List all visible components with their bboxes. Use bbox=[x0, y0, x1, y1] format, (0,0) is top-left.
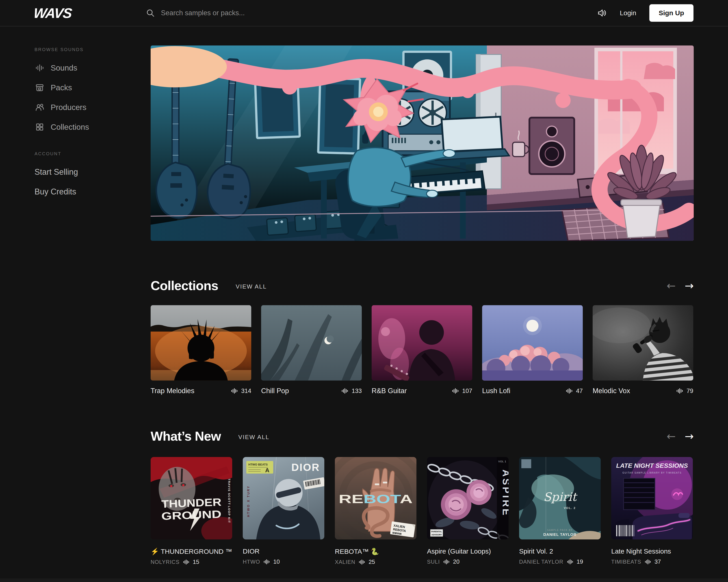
svg-text:Spirit: Spirit bbox=[543, 490, 578, 504]
sample-count: 314 bbox=[231, 388, 251, 394]
waveform-count-icon bbox=[566, 388, 573, 394]
collection-card: R&B Guitar 107 bbox=[372, 305, 472, 395]
sample-count: 20 bbox=[443, 558, 460, 565]
collections-card-row: Trap Melodies 314 bbox=[151, 305, 694, 395]
collection-count: 107 bbox=[462, 388, 472, 394]
top-nav: WAVS Login Sign Up bbox=[0, 0, 728, 26]
sidebar-item-sounds[interactable]: Sounds bbox=[34, 58, 151, 78]
sample-count: 79 bbox=[676, 388, 693, 394]
collections-section-header: Collections VIEW ALL ← → bbox=[151, 278, 694, 293]
whats-new-arrows: ← → bbox=[667, 431, 694, 442]
collection-count: 79 bbox=[686, 388, 693, 394]
waveform-count-icon bbox=[342, 388, 348, 394]
pack-meta: NOLYRICS 15 bbox=[151, 558, 232, 565]
collection-card-title: Lush Lofi bbox=[482, 387, 510, 395]
svg-text:DIOR: DIOR bbox=[291, 462, 320, 473]
advisory-sticker: PARENTAL ADVISORY bbox=[430, 529, 443, 537]
pack-cover-aspire[interactable]: ASPIRE VOL 1 PARENTAL ADVISORY bbox=[427, 457, 509, 539]
pack-cover-late-night-sessions[interactable]: LATE NIGHT SESSIONS GUITAR SAMPLE LIBRAR… bbox=[611, 457, 693, 539]
collection-card: Chill Pop 133 bbox=[261, 305, 362, 395]
pack-producer[interactable]: SULI bbox=[427, 559, 440, 565]
hero-banner bbox=[151, 46, 694, 241]
waveform-count-icon bbox=[645, 559, 651, 565]
search-bar[interactable] bbox=[146, 8, 331, 18]
svg-text:GROUND: GROUND bbox=[161, 508, 222, 522]
pack-card: ASPIRE VOL 1 PARENTAL ADVISORY Aspire (G… bbox=[427, 457, 509, 565]
collections-prev-arrow-icon[interactable]: ← bbox=[667, 280, 676, 291]
pack-count: 15 bbox=[193, 558, 199, 565]
collection-card-title: Melodic Vox bbox=[593, 387, 630, 395]
studio-monitor bbox=[529, 118, 574, 174]
pack-card: Spirit VOL. 2 SAMPLE PACK BY DANIEL TAYL… bbox=[519, 457, 601, 565]
waveform-count-icon bbox=[359, 559, 365, 565]
svg-text:HTWO BEATS: HTWO BEATS bbox=[248, 463, 268, 466]
collections-title: Collections bbox=[151, 278, 218, 293]
collections-grid-icon bbox=[34, 122, 45, 132]
collection-cover-chill-pop[interactable] bbox=[261, 305, 362, 381]
sidebar-item-label: Collections bbox=[51, 122, 89, 132]
whats-new-next-arrow-icon[interactable]: → bbox=[685, 431, 694, 442]
pack-title: ⚡ THUNDERGROUND ™ bbox=[151, 548, 232, 555]
collections-next-arrow-icon[interactable]: → bbox=[685, 280, 694, 291]
svg-text:VOL 1: VOL 1 bbox=[498, 460, 506, 463]
sample-count: 37 bbox=[645, 558, 661, 565]
pack-count: 10 bbox=[273, 558, 280, 565]
sidebar: BROWSE SOUNDS Sounds Packs bbox=[0, 26, 151, 202]
svg-text:LOOP KIT: LOOP KIT bbox=[228, 506, 231, 523]
pack-producer[interactable]: DANIEL TAYLOR bbox=[519, 559, 564, 565]
sample-count: 25 bbox=[359, 558, 375, 565]
collections-view-all[interactable]: VIEW ALL bbox=[236, 283, 267, 290]
pack-producer[interactable]: NOLYRICS bbox=[151, 559, 180, 565]
pack-producer[interactable]: TIMIBEATS bbox=[611, 559, 641, 565]
whats-new-prev-arrow-icon[interactable]: ← bbox=[667, 431, 676, 442]
pack-cover-spirit[interactable]: Spirit VOL. 2 SAMPLE PACK BY DANIEL TAYL… bbox=[519, 457, 601, 539]
speaker-icon[interactable] bbox=[596, 8, 607, 18]
sidebar-item-buy-credits[interactable]: Buy Credits bbox=[34, 182, 151, 202]
svg-text:REBOTA: REBOTA bbox=[339, 492, 413, 506]
collection-card-label: Lush Lofi 47 bbox=[482, 387, 583, 395]
pack-count: 37 bbox=[654, 558, 661, 565]
collection-cover-melodic-vox[interactable] bbox=[593, 305, 693, 381]
sidebar-item-packs[interactable]: Packs bbox=[34, 78, 151, 98]
whats-new-view-all[interactable]: VIEW ALL bbox=[238, 434, 269, 441]
sidebar-item-collections[interactable]: Collections bbox=[34, 117, 151, 137]
main-content: Collections VIEW ALL ← → bbox=[151, 26, 694, 565]
collection-cover-rnb-guitar[interactable] bbox=[372, 305, 472, 381]
search-input[interactable] bbox=[161, 9, 331, 17]
pack-count: 25 bbox=[368, 558, 375, 565]
sidebar-item-producers[interactable]: Producers bbox=[34, 98, 151, 117]
pack-count: 19 bbox=[577, 558, 583, 565]
svg-text:A: A bbox=[265, 467, 269, 474]
pack-cover-rebota[interactable]: REBOTA XALIEN REBOTA bbox=[335, 457, 416, 539]
waveform-count-icon bbox=[183, 559, 189, 565]
svg-text:DANIEL TAYLOR: DANIEL TAYLOR bbox=[543, 532, 576, 537]
waveform-count-icon bbox=[443, 559, 450, 565]
pack-title: Late Night Sessions bbox=[611, 548, 693, 555]
login-button[interactable]: Login bbox=[620, 9, 636, 17]
pack-cover-thunderground[interactable]: THUNDER GROUND TRAVIS SCOTT LOOP KIT bbox=[151, 457, 232, 539]
collection-cover-trap-melodies[interactable] bbox=[151, 305, 251, 381]
pack-cover-dior[interactable]: DIOR HTWO BEATS A bbox=[243, 457, 324, 539]
pack-producer[interactable]: HTWO bbox=[243, 559, 260, 565]
waveform-count-icon bbox=[676, 388, 683, 394]
sidebar-item-start-selling[interactable]: Start Selling bbox=[34, 162, 151, 182]
pack-meta: SULI 20 bbox=[427, 558, 509, 565]
sample-count: 15 bbox=[183, 558, 199, 565]
wavs-logo[interactable]: WAVS bbox=[33, 5, 72, 21]
account-list: Start Selling Buy Credits bbox=[34, 162, 151, 202]
svg-text:LATE NIGHT SESSIONS: LATE NIGHT SESSIONS bbox=[616, 462, 688, 469]
pack-icon bbox=[34, 82, 45, 93]
svg-text:VOL. 2: VOL. 2 bbox=[564, 506, 576, 510]
sidebar-item-label: Sounds bbox=[51, 63, 77, 72]
pack-title: REBOTA™ 🐍 bbox=[335, 548, 416, 555]
pack-title: Aspire (Guitar Loops) bbox=[427, 548, 509, 555]
svg-text:ASPIRE: ASPIRE bbox=[501, 470, 509, 517]
collection-cover-lush-lofi[interactable] bbox=[482, 305, 583, 381]
collection-card-label: Melodic Vox 79 bbox=[593, 387, 693, 395]
whats-new-title: What’s New bbox=[151, 428, 221, 444]
pack-title: Spirit Vol. 2 bbox=[519, 548, 601, 555]
signup-button[interactable]: Sign Up bbox=[649, 4, 694, 22]
sample-count: 47 bbox=[566, 388, 583, 394]
browse-list: Sounds Packs Producers bbox=[34, 58, 151, 137]
pack-producer[interactable]: XALIEN bbox=[335, 559, 355, 565]
